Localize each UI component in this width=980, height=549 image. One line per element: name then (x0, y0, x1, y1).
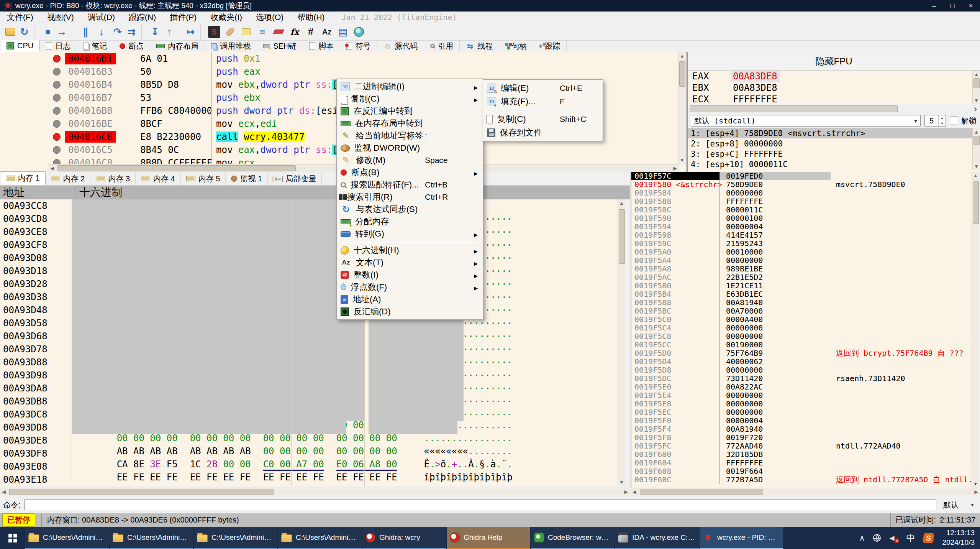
disasm-row[interactable]: 004016B1 6A 01 push 0x1 (0, 52, 686, 65)
stack-row[interactable]: 0019F5B4 E63DB1EC (631, 290, 972, 298)
calling-convention-select[interactable]: 默认 (stdcall)▼ (691, 115, 921, 127)
toolbar-button[interactable] (351, 25, 367, 39)
toolbar-button[interactable] (303, 25, 319, 39)
toolbar-button[interactable] (56, 25, 72, 39)
view-tab[interactable]: 脚本 (303, 40, 340, 52)
unlock-checkbox[interactable]: 解锁 (950, 116, 977, 126)
sandboxie-icon[interactable]: S (923, 533, 934, 543)
dump-body[interactable]: 00A93CC8 00 00 00 00 00 00 00 (0, 199, 618, 486)
toolbar-button[interactable] (163, 25, 179, 39)
disasm-vertical-scrollbar[interactable]: ▲▼ (678, 52, 686, 164)
stack-row[interactable]: 0019F5C4 00000000 (631, 324, 972, 332)
context-menu-item[interactable]: 转到(G) (338, 228, 482, 240)
stack-row[interactable]: 0019F5C0 0000A400 (631, 315, 972, 324)
dump-tab[interactable]: 内存 3 (90, 172, 136, 185)
stack-row[interactable]: 0019F5DC 73D11420 rsaenh.73D11420 (631, 374, 972, 383)
stack-row[interactable]: 0019F59C 21595243 (631, 239, 972, 248)
view-tab[interactable]: SEH链 (257, 40, 303, 52)
stack-row[interactable]: 0019F594 00000004 (631, 222, 972, 231)
tray-chevron-icon[interactable]: ∧ (859, 533, 865, 542)
context-menu-item[interactable]: 整数(I) (338, 269, 482, 281)
dump-tab[interactable]: 局部变量 (268, 172, 322, 185)
maximize-button[interactable]: □ (943, 0, 962, 12)
toolbar-button[interactable] (110, 25, 126, 39)
menu-item[interactable]: 帮助(H) (290, 12, 331, 23)
stack-row[interactable]: 0019F590 00000100 (631, 214, 972, 222)
stack-row[interactable]: 0019F5B8 00A81940 (631, 298, 972, 307)
register-row[interactable]: ECX FFFFFFFE (688, 94, 980, 104)
dump-tab[interactable]: 内存 4 (136, 172, 181, 185)
context-menu-item[interactable]: 反汇编(D) (338, 306, 482, 318)
context-menu-item[interactable]: 地址(A) (338, 293, 482, 306)
stack-row[interactable]: 0019F580 <&strrchr> 758D9DE0 msvcrt.758D… (631, 180, 972, 189)
taskbar-app-button[interactable]: Ghidra: wcry (362, 527, 446, 549)
breakpoint-dot-icon[interactable] (53, 55, 61, 62)
stack-row[interactable]: 0019F5D4 40000062 (631, 357, 972, 366)
register-value[interactable]: 00A83DE8 (731, 82, 780, 93)
toolbar-button[interactable] (93, 25, 110, 39)
toolbar-button[interactable] (222, 25, 238, 39)
stack-row[interactable]: 0019F608 0019F664 (631, 467, 972, 475)
context-menu-item[interactable]: 监视 DWORD(W) (338, 142, 482, 154)
view-tab[interactable]: 线程 (460, 40, 499, 52)
breakpoint-dot-icon[interactable] (53, 81, 61, 89)
view-tab[interactable]: 调用堆栈 (205, 40, 257, 52)
registers-view[interactable]: EAX 00A83DE8 EBX 00A83DE8 ECX FFFFFFFE ▲… (688, 71, 980, 104)
argument-row[interactable]: 2: [esp+8] 00000000 (688, 138, 980, 149)
taskbar-app-button[interactable]: C:\Users\Administ... (25, 527, 109, 549)
command-profile-select[interactable]: 默认▼ (940, 500, 980, 510)
breakpoint-dot-icon[interactable] (53, 133, 61, 141)
context-menu-item[interactable]: 给当前地址写标签 : (338, 130, 482, 142)
taskbar-app-button[interactable]: Ghidra Help (447, 527, 530, 549)
dump-horizontal-scrollbar[interactable]: ◀▶ (0, 488, 630, 495)
view-tab[interactable]: 内存布局 (150, 40, 205, 52)
registers-horizontal-scrollbar[interactable]: › (688, 104, 980, 113)
dump-tab[interactable]: 内存 2 (46, 172, 91, 185)
toolbar-button[interactable] (206, 25, 222, 39)
toolbar-button[interactable] (238, 25, 254, 39)
context-menu-item[interactable]: 搜索引用(R) Ctrl+R (338, 191, 482, 203)
stack-row[interactable]: 0019F5E8 00000000 (631, 399, 972, 408)
dump-tab[interactable]: 内存 1 (0, 171, 46, 185)
context-menu-item[interactable]: 修改(M) Space (338, 154, 482, 166)
register-value[interactable]: FFFFFFFE (731, 94, 780, 104)
context-menu-item[interactable]: 分配内存 (338, 215, 482, 228)
register-row[interactable]: EAX 00A83DE8 (688, 71, 980, 82)
toolbar-button[interactable] (147, 25, 163, 39)
stack-row[interactable]: 0019F5A0 00010000 (631, 248, 972, 256)
taskbar-app-button[interactable]: IDA - wcry.exe C:\... (615, 527, 699, 549)
menu-item[interactable]: 选项(O) (249, 12, 290, 23)
context-menu-item[interactable]: 文本(T) (338, 256, 482, 269)
view-tab[interactable]: CPU (0, 40, 40, 52)
breakpoint-dot-icon[interactable] (53, 94, 61, 102)
view-tab[interactable]: 符号 (340, 40, 377, 52)
register-value[interactable]: 00A83DE8 (731, 71, 780, 82)
stack-row[interactable]: 0019F588 FFFFFFFE (631, 197, 972, 205)
taskbar-app-button[interactable]: C:\Users\Administ... (110, 527, 193, 549)
context-menu-item[interactable]: 二进制编辑(I) (338, 81, 482, 93)
menu-item[interactable]: 视图(V) (40, 12, 81, 23)
dump-tab[interactable]: 内存 5 (181, 172, 226, 185)
stack-row[interactable]: 0019F600 32D185DB (631, 450, 972, 459)
view-tab[interactable]: 跟踪 (533, 40, 567, 52)
taskbar-app-button[interactable]: C:\Users\Administ... (278, 527, 362, 549)
stack-horizontal-scrollbar[interactable]: ◀▶ (631, 488, 980, 495)
toolbar-button[interactable] (40, 25, 56, 39)
view-tab[interactable]: 源代码 (377, 40, 424, 52)
view-tab[interactable]: 引用 (424, 40, 460, 52)
context-menu-item[interactable]: 与表达式同步(S) (338, 203, 482, 215)
context-menu-item[interactable]: 搜索匹配特征(F)... Ctrl+B (338, 179, 482, 191)
stack-row[interactable]: 0019F5D8 00000000 (631, 366, 972, 374)
view-tab[interactable]: 断点 (113, 40, 150, 52)
view-tab[interactable]: 笔记 (77, 40, 113, 52)
context-menu-item[interactable]: 浮点数(F) (338, 281, 482, 293)
breakpoint-dot-icon[interactable] (53, 107, 61, 115)
stack-row[interactable]: 0019F5EC 00000000 (631, 408, 972, 416)
stack-row[interactable]: 0019F604 FFFFFFFE (631, 459, 972, 467)
stack-row[interactable]: 0019F598 414E4157 (631, 231, 972, 239)
context-menu-item[interactable]: 复制(C) (338, 93, 482, 105)
submenu-item[interactable]: 编辑(E) Ctrl+E (484, 81, 602, 95)
dump-tab[interactable]: 监视 1 (226, 172, 268, 185)
taskbar-app-button[interactable]: wcry.exe - PID: B8... (700, 527, 783, 549)
menu-item[interactable]: 收藏夹(I) (203, 12, 249, 23)
